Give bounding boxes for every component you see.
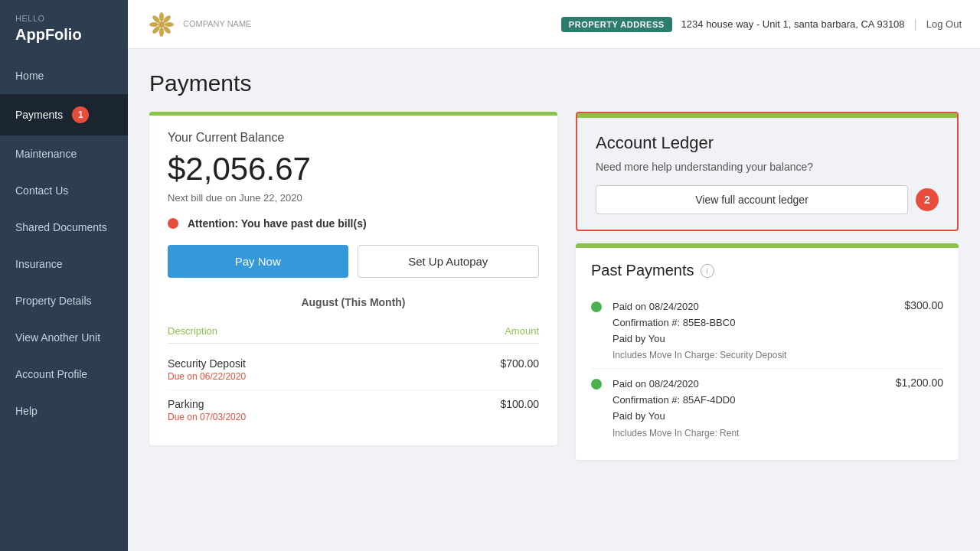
payment-paid-by: Paid by You	[612, 409, 885, 425]
ledger-title: Account Ledger	[596, 133, 939, 153]
sidebar-nav: Home Payments 1 Maintenance Contact Us S…	[0, 57, 128, 429]
company-logo: COMPANY NAME	[146, 9, 251, 40]
two-column-layout: Your Current Balance $2,056.67 Next bill…	[149, 112, 959, 536]
info-icon: i	[701, 264, 714, 278]
sidebar-appname: AppFolio	[0, 26, 128, 57]
past-payments-title: Past Payments	[591, 262, 694, 279]
svg-point-7	[149, 22, 158, 27]
sidebar-item-contact-us[interactable]: Contact Us	[0, 172, 128, 209]
item-amount: $100.00	[500, 398, 539, 410]
header: COMPANY NAME PROPERTY ADDRESS 1234 house…	[128, 0, 980, 49]
company-logo-icon	[146, 9, 177, 40]
left-column: Your Current Balance $2,056.67 Next bill…	[149, 112, 557, 536]
svg-point-5	[159, 28, 164, 37]
item-name: Security Deposit	[168, 357, 246, 370]
view-account-ledger-button[interactable]: View full account ledger	[596, 185, 908, 214]
item-info: Parking Due on 07/03/2020	[168, 398, 246, 422]
sidebar-item-label: Property Details	[15, 295, 92, 307]
sidebar-item-label: Shared Documents	[15, 221, 107, 233]
ledger-description: Need more help understanding your balanc…	[596, 161, 939, 173]
logout-button[interactable]: Log Out	[926, 18, 962, 30]
item-due: Due on 07/03/2020	[168, 412, 246, 422]
charges-table-header: Description Amount	[168, 319, 539, 344]
payment-entry: Paid on 08/24/2020 Confirmation #: 85AF-…	[591, 369, 943, 445]
sidebar-item-label: Account Profile	[15, 368, 87, 380]
page-title: Payments	[149, 70, 959, 96]
amount-col-header: Amount	[505, 325, 539, 337]
sidebar-item-label: View Another Unit	[15, 331, 100, 344]
sidebar-hello: HELLO	[0, 0, 128, 26]
item-name: Parking	[168, 398, 246, 410]
payment-amount: $300.00	[904, 299, 943, 311]
past-payments-title-row: Past Payments i	[591, 262, 943, 279]
sidebar-item-label: Help	[15, 405, 38, 417]
main-content: COMPANY NAME PROPERTY ADDRESS 1234 house…	[128, 0, 980, 551]
sidebar-item-label: Payments	[15, 109, 63, 121]
balance-card-body: Your Current Balance $2,056.67 Next bill…	[149, 116, 557, 445]
item-info: Security Deposit Due on 06/22/2020	[168, 357, 246, 382]
payment-amount: $1,200.00	[896, 377, 943, 389]
item-amount: $700.00	[500, 357, 539, 370]
sidebar-item-label: Insurance	[15, 258, 62, 270]
payment-date: Paid on 08/24/2020	[612, 299, 893, 315]
payment-details: Paid on 08/24/2020 Confirmation #: 85AF-…	[612, 377, 885, 438]
sidebar-item-property-details[interactable]: Property Details	[0, 282, 128, 319]
sidebar-item-label: Home	[15, 70, 44, 82]
autopay-button[interactable]: Set Up Autopay	[358, 245, 540, 278]
payment-date: Paid on 08/24/2020	[612, 377, 885, 393]
sidebar-item-view-another-unit[interactable]: View Another Unit	[0, 319, 128, 356]
green-dot-icon	[591, 379, 602, 390]
right-column: Account Ledger Need more help understand…	[576, 112, 959, 536]
sidebar-item-maintenance[interactable]: Maintenance	[0, 135, 128, 172]
payment-details: Paid on 08/24/2020 Confirmation #: 85E8-…	[612, 299, 893, 360]
green-dot-icon	[591, 302, 602, 312]
payment-paid-by: Paid by You	[612, 331, 893, 347]
payment-note: Includes Move In Charge: Security Deposi…	[612, 350, 893, 360]
table-row: Parking Due on 07/03/2020 $100.00	[168, 390, 539, 430]
company-name: COMPANY NAME	[183, 19, 251, 29]
sidebar: HELLO AppFolio Home Payments 1 Maintenan…	[0, 0, 128, 551]
sidebar-item-help[interactable]: Help	[0, 393, 128, 429]
month-label: August (This Month)	[168, 296, 539, 308]
sidebar-item-label: Contact Us	[15, 184, 68, 197]
header-divider: |	[914, 18, 917, 31]
attention-row: Attention: You have past due bill(s)	[168, 217, 539, 230]
past-payments-body: Past Payments i Paid on 08/24/2020 Confi…	[576, 248, 959, 460]
sidebar-item-shared-documents[interactable]: Shared Documents	[0, 209, 128, 246]
sidebar-item-label: Maintenance	[15, 148, 77, 160]
payments-badge: 1	[72, 106, 89, 123]
svg-point-3	[165, 22, 174, 27]
past-payments-card: Past Payments i Paid on 08/24/2020 Confi…	[576, 243, 959, 460]
account-ledger-card: Account Ledger Need more help understand…	[576, 112, 959, 231]
description-col-header: Description	[168, 325, 217, 337]
balance-label: Your Current Balance	[168, 131, 539, 145]
ledger-step-badge: 2	[916, 188, 939, 211]
property-badge: PROPERTY ADDRESS	[561, 17, 672, 32]
svg-point-1	[159, 12, 164, 21]
sidebar-item-insurance[interactable]: Insurance	[0, 246, 128, 282]
balance-card: Your Current Balance $2,056.67 Next bill…	[149, 112, 557, 445]
table-row: Security Deposit Due on 06/22/2020 $700.…	[168, 350, 539, 390]
property-address: 1234 house way - Unit 1, santa barbara, …	[681, 18, 905, 30]
payment-confirmation: Confirmation #: 85AF-4DD0	[612, 393, 885, 409]
item-due: Due on 06/22/2020	[168, 371, 246, 382]
payment-entry: Paid on 08/24/2020 Confirmation #: 85E8-…	[591, 292, 943, 369]
ledger-body: Account Ledger Need more help understand…	[577, 118, 957, 230]
ledger-button-row: View full account ledger 2	[596, 185, 939, 214]
sidebar-item-account-profile[interactable]: Account Profile	[0, 356, 128, 393]
page-content: Payments Your Current Balance $2,056.67 …	[128, 49, 980, 551]
header-right: PROPERTY ADDRESS 1234 house way - Unit 1…	[561, 17, 962, 32]
red-dot-icon	[168, 218, 178, 229]
next-bill-date: Next bill due on June 22, 2020	[168, 192, 539, 204]
attention-text: Attention: You have past due bill(s)	[188, 217, 367, 230]
balance-amount: $2,056.67	[168, 151, 539, 187]
pay-now-button[interactable]: Pay Now	[168, 245, 348, 278]
action-buttons: Pay Now Set Up Autopay	[168, 245, 539, 278]
payment-confirmation: Confirmation #: 85E8-BBC0	[612, 315, 893, 331]
sidebar-item-payments[interactable]: Payments 1	[0, 94, 128, 135]
svg-point-0	[158, 21, 165, 28]
sidebar-item-home[interactable]: Home	[0, 57, 128, 94]
payment-note: Includes Move In Charge: Rent	[612, 428, 885, 439]
